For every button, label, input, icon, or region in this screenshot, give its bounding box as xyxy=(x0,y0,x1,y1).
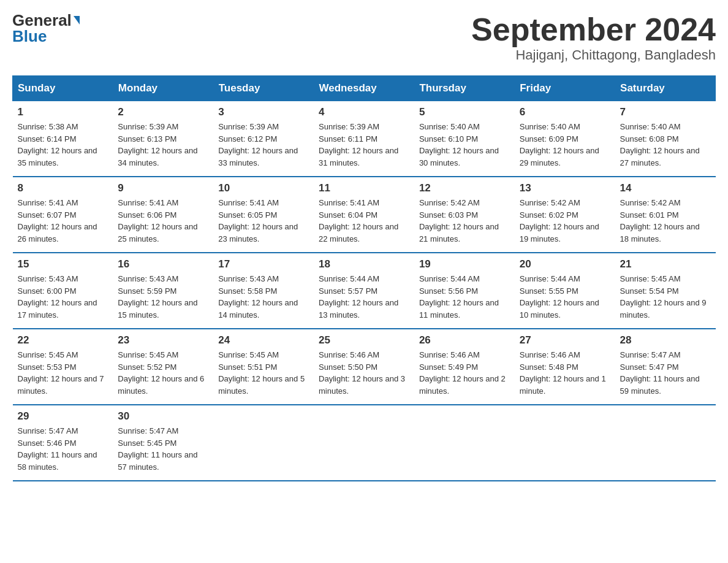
day-info: Sunrise: 5:46 AMSunset: 5:49 PMDaylight:… xyxy=(419,349,510,397)
calendar-title: September 2024 xyxy=(471,12,716,47)
day-number: 14 xyxy=(620,182,711,194)
calendar-cell xyxy=(414,405,515,481)
day-number: 24 xyxy=(218,334,309,347)
day-info: Sunrise: 5:45 AMSunset: 5:54 PMDaylight:… xyxy=(620,273,711,321)
calendar-cell: 19Sunrise: 5:44 AMSunset: 5:56 PMDayligh… xyxy=(414,253,515,329)
day-info: Sunrise: 5:42 AMSunset: 6:03 PMDaylight:… xyxy=(419,197,510,245)
day-number: 15 xyxy=(18,258,108,270)
day-info: Sunrise: 5:38 AMSunset: 6:14 PMDaylight:… xyxy=(18,121,108,169)
day-number: 21 xyxy=(620,258,711,270)
calendar-cell: 26Sunrise: 5:46 AMSunset: 5:49 PMDayligh… xyxy=(414,329,515,405)
day-number: 6 xyxy=(520,106,610,118)
calendar-header-row: SundayMondayTuesdayWednesdayThursdayFrid… xyxy=(13,76,716,101)
day-number: 8 xyxy=(18,182,108,194)
calendar-table: SundayMondayTuesdayWednesdayThursdayFrid… xyxy=(12,75,716,481)
day-info: Sunrise: 5:42 AMSunset: 6:01 PMDaylight:… xyxy=(620,197,711,245)
day-number: 9 xyxy=(118,182,208,194)
day-info: Sunrise: 5:42 AMSunset: 6:02 PMDaylight:… xyxy=(520,197,610,245)
day-info: Sunrise: 5:40 AMSunset: 6:10 PMDaylight:… xyxy=(419,121,510,169)
day-info: Sunrise: 5:41 AMSunset: 6:05 PMDaylight:… xyxy=(218,197,309,245)
calendar-cell xyxy=(213,405,314,481)
day-number: 25 xyxy=(319,334,409,347)
calendar-cell: 14Sunrise: 5:42 AMSunset: 6:01 PMDayligh… xyxy=(615,177,716,253)
day-number: 2 xyxy=(118,106,208,118)
day-info: Sunrise: 5:44 AMSunset: 5:55 PMDaylight:… xyxy=(520,273,610,321)
day-number: 5 xyxy=(419,106,510,118)
calendar-cell: 1Sunrise: 5:38 AMSunset: 6:14 PMDaylight… xyxy=(13,101,113,177)
calendar-cell: 15Sunrise: 5:43 AMSunset: 6:00 PMDayligh… xyxy=(13,253,113,329)
day-info: Sunrise: 5:40 AMSunset: 6:08 PMDaylight:… xyxy=(620,121,711,169)
calendar-cell: 11Sunrise: 5:41 AMSunset: 6:04 PMDayligh… xyxy=(314,177,414,253)
day-info: Sunrise: 5:43 AMSunset: 5:59 PMDaylight:… xyxy=(118,273,208,321)
calendar-week-row: 8Sunrise: 5:41 AMSunset: 6:07 PMDaylight… xyxy=(13,177,716,253)
day-number: 30 xyxy=(118,410,208,423)
calendar-cell: 22Sunrise: 5:45 AMSunset: 5:53 PMDayligh… xyxy=(13,329,113,405)
calendar-cell: 13Sunrise: 5:42 AMSunset: 6:02 PMDayligh… xyxy=(515,177,615,253)
day-info: Sunrise: 5:47 AMSunset: 5:46 PMDaylight:… xyxy=(18,425,108,473)
logo: General Blue xyxy=(12,12,80,44)
calendar-cell: 12Sunrise: 5:42 AMSunset: 6:03 PMDayligh… xyxy=(414,177,515,253)
day-number: 12 xyxy=(419,182,510,194)
day-info: Sunrise: 5:43 AMSunset: 6:00 PMDaylight:… xyxy=(18,273,108,321)
day-number: 11 xyxy=(319,182,409,194)
calendar-cell: 23Sunrise: 5:45 AMSunset: 5:52 PMDayligh… xyxy=(113,329,213,405)
day-number: 20 xyxy=(520,258,610,270)
day-info: Sunrise: 5:46 AMSunset: 5:48 PMDaylight:… xyxy=(520,349,610,397)
day-number: 18 xyxy=(319,258,409,270)
day-info: Sunrise: 5:44 AMSunset: 5:57 PMDaylight:… xyxy=(319,273,409,321)
day-info: Sunrise: 5:39 AMSunset: 6:13 PMDaylight:… xyxy=(118,121,208,169)
calendar-week-row: 1Sunrise: 5:38 AMSunset: 6:14 PMDaylight… xyxy=(13,101,716,177)
calendar-cell: 9Sunrise: 5:41 AMSunset: 6:06 PMDaylight… xyxy=(113,177,213,253)
day-info: Sunrise: 5:45 AMSunset: 5:51 PMDaylight:… xyxy=(218,349,309,397)
calendar-cell: 21Sunrise: 5:45 AMSunset: 5:54 PMDayligh… xyxy=(615,253,716,329)
day-info: Sunrise: 5:46 AMSunset: 5:50 PMDaylight:… xyxy=(319,349,409,397)
calendar-cell: 20Sunrise: 5:44 AMSunset: 5:55 PMDayligh… xyxy=(515,253,615,329)
calendar-cell: 28Sunrise: 5:47 AMSunset: 5:47 PMDayligh… xyxy=(615,329,716,405)
weekday-header-tuesday: Tuesday xyxy=(213,76,314,101)
calendar-cell: 27Sunrise: 5:46 AMSunset: 5:48 PMDayligh… xyxy=(515,329,615,405)
day-info: Sunrise: 5:47 AMSunset: 5:45 PMDaylight:… xyxy=(118,425,208,473)
calendar-week-row: 29Sunrise: 5:47 AMSunset: 5:46 PMDayligh… xyxy=(13,405,716,481)
logo-blue-text: Blue xyxy=(12,28,47,44)
day-number: 16 xyxy=(118,258,208,270)
weekday-header-saturday: Saturday xyxy=(615,76,716,101)
day-number: 7 xyxy=(620,106,711,118)
calendar-week-row: 15Sunrise: 5:43 AMSunset: 6:00 PMDayligh… xyxy=(13,253,716,329)
day-info: Sunrise: 5:41 AMSunset: 6:07 PMDaylight:… xyxy=(18,197,108,245)
day-info: Sunrise: 5:45 AMSunset: 5:52 PMDaylight:… xyxy=(118,349,208,397)
day-info: Sunrise: 5:43 AMSunset: 5:58 PMDaylight:… xyxy=(218,273,309,321)
day-number: 26 xyxy=(419,334,510,347)
day-info: Sunrise: 5:41 AMSunset: 6:04 PMDaylight:… xyxy=(319,197,409,245)
day-info: Sunrise: 5:44 AMSunset: 5:56 PMDaylight:… xyxy=(419,273,510,321)
calendar-cell: 29Sunrise: 5:47 AMSunset: 5:46 PMDayligh… xyxy=(13,405,113,481)
day-number: 17 xyxy=(218,258,309,270)
calendar-cell: 10Sunrise: 5:41 AMSunset: 6:05 PMDayligh… xyxy=(213,177,314,253)
weekday-header-thursday: Thursday xyxy=(414,76,515,101)
day-info: Sunrise: 5:45 AMSunset: 5:53 PMDaylight:… xyxy=(18,349,108,397)
calendar-cell: 5Sunrise: 5:40 AMSunset: 6:10 PMDaylight… xyxy=(414,101,515,177)
calendar-week-row: 22Sunrise: 5:45 AMSunset: 5:53 PMDayligh… xyxy=(13,329,716,405)
calendar-cell: 18Sunrise: 5:44 AMSunset: 5:57 PMDayligh… xyxy=(314,253,414,329)
calendar-cell: 25Sunrise: 5:46 AMSunset: 5:50 PMDayligh… xyxy=(314,329,414,405)
day-number: 4 xyxy=(319,106,409,118)
calendar-cell: 16Sunrise: 5:43 AMSunset: 5:59 PMDayligh… xyxy=(113,253,213,329)
title-block: September 2024 Hajiganj, Chittagong, Ban… xyxy=(471,12,716,63)
day-info: Sunrise: 5:41 AMSunset: 6:06 PMDaylight:… xyxy=(118,197,208,245)
calendar-cell: 17Sunrise: 5:43 AMSunset: 5:58 PMDayligh… xyxy=(213,253,314,329)
day-info: Sunrise: 5:39 AMSunset: 6:11 PMDaylight:… xyxy=(319,121,409,169)
calendar-cell: 4Sunrise: 5:39 AMSunset: 6:11 PMDaylight… xyxy=(314,101,414,177)
day-info: Sunrise: 5:40 AMSunset: 6:09 PMDaylight:… xyxy=(520,121,610,169)
weekday-header-sunday: Sunday xyxy=(13,76,113,101)
calendar-cell: 2Sunrise: 5:39 AMSunset: 6:13 PMDaylight… xyxy=(113,101,213,177)
weekday-header-friday: Friday xyxy=(515,76,615,101)
page-header: General Blue September 2024 Hajiganj, Ch… xyxy=(12,12,716,63)
day-info: Sunrise: 5:39 AMSunset: 6:12 PMDaylight:… xyxy=(218,121,309,169)
day-number: 3 xyxy=(218,106,309,118)
logo-triangle-icon xyxy=(74,16,80,25)
calendar-cell xyxy=(515,405,615,481)
day-number: 28 xyxy=(620,334,711,347)
day-number: 22 xyxy=(18,334,108,347)
calendar-cell: 8Sunrise: 5:41 AMSunset: 6:07 PMDaylight… xyxy=(13,177,113,253)
calendar-cell: 7Sunrise: 5:40 AMSunset: 6:08 PMDaylight… xyxy=(615,101,716,177)
calendar-cell: 24Sunrise: 5:45 AMSunset: 5:51 PMDayligh… xyxy=(213,329,314,405)
